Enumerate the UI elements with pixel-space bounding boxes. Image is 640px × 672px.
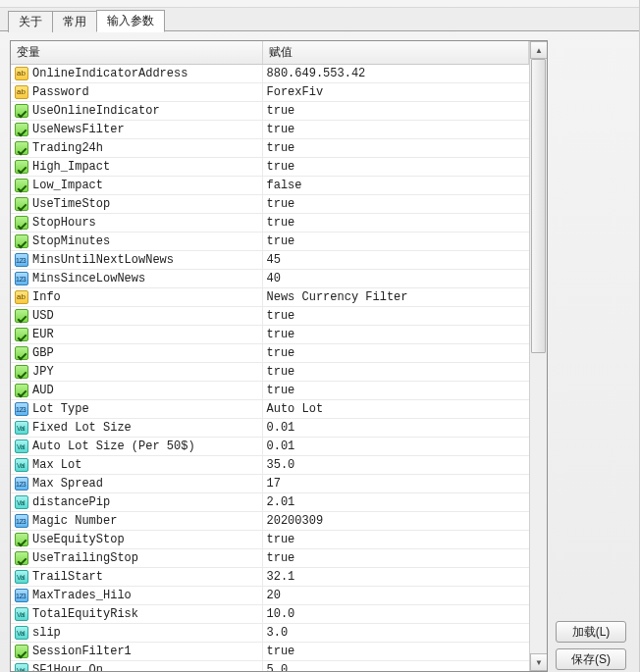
scroll-thumb[interactable] xyxy=(531,59,546,353)
param-value-cell[interactable]: true xyxy=(262,195,529,214)
table-row[interactable]: UseEquityStoptrue xyxy=(11,531,529,549)
table-row[interactable]: PasswordForexFiv xyxy=(11,83,529,102)
save-button[interactable]: 保存(S) xyxy=(556,648,626,670)
scroll-track[interactable] xyxy=(530,59,547,653)
table-row[interactable]: TrailStart32.1 xyxy=(11,568,529,587)
table-row[interactable]: MinsUntilNextLowNews45 xyxy=(11,251,529,270)
param-value-cell[interactable]: true xyxy=(262,233,529,251)
param-name-cell[interactable]: TrailStart xyxy=(11,568,262,587)
param-value-cell[interactable]: false xyxy=(262,177,529,195)
table-row[interactable]: USDtrue xyxy=(11,307,529,326)
param-value-cell[interactable]: true xyxy=(262,307,529,326)
param-value-cell[interactable]: true xyxy=(262,344,529,363)
param-name-cell[interactable]: SessionFilter1 xyxy=(11,643,262,661)
param-value-cell[interactable]: 35.0 xyxy=(262,456,529,475)
param-name-cell[interactable]: USD xyxy=(11,307,262,326)
table-row[interactable]: Auto Lot Size (Per 50$)0.01 xyxy=(11,438,529,456)
param-value-cell[interactable]: true xyxy=(262,214,529,233)
param-name-cell[interactable]: Password xyxy=(11,83,262,102)
param-name-cell[interactable]: Lot Type xyxy=(11,400,262,419)
table-row[interactable]: SF1Hour_On5.0 xyxy=(11,661,529,672)
param-name-cell[interactable]: UseNewsFilter xyxy=(11,121,262,139)
table-row[interactable]: Low_Impactfalse xyxy=(11,177,529,195)
param-value-cell[interactable]: 3.0 xyxy=(262,624,529,643)
param-name-cell[interactable]: OnlineIndicatorAddress xyxy=(11,65,262,83)
table-row[interactable]: UseNewsFiltertrue xyxy=(11,121,529,139)
param-value-cell[interactable]: 20 xyxy=(262,587,529,605)
param-name-cell[interactable]: MinsUntilNextLowNews xyxy=(11,251,262,270)
param-name-cell[interactable]: Auto Lot Size (Per 50$) xyxy=(11,438,262,456)
param-name-cell[interactable]: StopHours xyxy=(11,214,262,233)
param-name-cell[interactable]: Max Spread xyxy=(11,475,262,493)
param-value-cell[interactable]: 10.0 xyxy=(262,605,529,624)
param-name-cell[interactable]: Max Lot xyxy=(11,456,262,475)
param-value-cell[interactable]: 17 xyxy=(262,475,529,493)
param-name-cell[interactable]: AUD xyxy=(11,382,262,400)
col-header-value[interactable]: 赋值 xyxy=(262,41,529,65)
param-value-cell[interactable]: true xyxy=(262,139,529,158)
param-value-cell[interactable]: 32.1 xyxy=(262,568,529,587)
param-value-cell[interactable]: 40 xyxy=(262,270,529,288)
vertical-scrollbar[interactable]: ▲ ▼ xyxy=(529,41,547,671)
param-name-cell[interactable]: MinsSinceLowNews xyxy=(11,270,262,288)
param-name-cell[interactable]: StopMinutes xyxy=(11,233,262,251)
table-row[interactable]: distancePip2.01 xyxy=(11,493,529,512)
table-row[interactable]: StopMinutestrue xyxy=(11,233,529,251)
param-name-cell[interactable]: TotalEquityRisk xyxy=(11,605,262,624)
param-value-cell[interactable]: News Currency Filter xyxy=(262,288,529,307)
param-value-cell[interactable]: 0.01 xyxy=(262,438,529,456)
param-value-cell[interactable]: true xyxy=(262,121,529,139)
table-row[interactable]: StopHourstrue xyxy=(11,214,529,233)
table-row[interactable]: Max Spread17 xyxy=(11,475,529,493)
param-name-cell[interactable]: UseEquityStop xyxy=(11,531,262,549)
table-row[interactable]: SessionFilter1true xyxy=(11,643,529,661)
param-name-cell[interactable]: MaxTrades_Hilo xyxy=(11,587,262,605)
param-value-cell[interactable]: 45 xyxy=(262,251,529,270)
scroll-down-button[interactable]: ▼ xyxy=(530,653,548,671)
param-name-cell[interactable]: slip xyxy=(11,624,262,643)
param-value-cell[interactable]: ForexFiv xyxy=(262,83,529,102)
table-row[interactable]: InfoNews Currency Filter xyxy=(11,288,529,307)
param-value-cell[interactable]: 20200309 xyxy=(262,512,529,531)
param-name-cell[interactable]: SF1Hour_On xyxy=(11,661,262,672)
param-name-cell[interactable]: UseOnlineIndicator xyxy=(11,102,262,121)
table-row[interactable]: UseOnlineIndicatortrue xyxy=(11,102,529,121)
load-button[interactable]: 加载(L) xyxy=(556,621,626,643)
table-row[interactable]: Max Lot35.0 xyxy=(11,456,529,475)
table-row[interactable]: Fixed Lot Size0.01 xyxy=(11,419,529,438)
param-name-cell[interactable]: distancePip xyxy=(11,493,262,512)
param-name-cell[interactable]: Info xyxy=(11,288,262,307)
table-row[interactable]: OnlineIndicatorAddress880.649.553.42 xyxy=(11,65,529,83)
table-row[interactable]: JPYtrue xyxy=(11,363,529,382)
tab-common[interactable]: 常用 xyxy=(52,11,97,32)
param-name-cell[interactable]: Magic Number xyxy=(11,512,262,531)
param-value-cell[interactable]: 5.0 xyxy=(262,661,529,672)
table-row[interactable]: Trading24htrue xyxy=(11,139,529,158)
table-row[interactable]: Magic Number20200309 xyxy=(11,512,529,531)
table-row[interactable]: GBPtrue xyxy=(11,344,529,363)
param-value-cell[interactable]: true xyxy=(262,549,529,568)
param-name-cell[interactable]: JPY xyxy=(11,363,262,382)
table-row[interactable]: TotalEquityRisk10.0 xyxy=(11,605,529,624)
param-value-cell[interactable]: true xyxy=(262,643,529,661)
tab-inputs[interactable]: 输入参数 xyxy=(96,10,165,32)
table-row[interactable]: Lot TypeAuto Lot xyxy=(11,400,529,419)
param-name-cell[interactable]: EUR xyxy=(11,326,262,344)
param-name-cell[interactable]: GBP xyxy=(11,344,262,363)
table-row[interactable]: AUDtrue xyxy=(11,382,529,400)
param-name-cell[interactable]: UseTimeStop xyxy=(11,195,262,214)
param-value-cell[interactable]: true xyxy=(262,158,529,177)
table-row[interactable]: UseTrailingStoptrue xyxy=(11,549,529,568)
param-value-cell[interactable]: 0.01 xyxy=(262,419,529,438)
col-header-variable[interactable]: 变量 xyxy=(11,41,262,65)
table-row[interactable]: UseTimeStoptrue xyxy=(11,195,529,214)
param-name-cell[interactable]: Low_Impact xyxy=(11,177,262,195)
table-row[interactable]: slip3.0 xyxy=(11,624,529,643)
param-value-cell[interactable]: true xyxy=(262,326,529,344)
table-row[interactable]: MinsSinceLowNews40 xyxy=(11,270,529,288)
param-value-cell[interactable]: true xyxy=(262,102,529,121)
table-row[interactable]: MaxTrades_Hilo20 xyxy=(11,587,529,605)
table-row[interactable]: High_Impacttrue xyxy=(11,158,529,177)
param-value-cell[interactable]: 880.649.553.42 xyxy=(262,65,529,83)
param-name-cell[interactable]: UseTrailingStop xyxy=(11,549,262,568)
